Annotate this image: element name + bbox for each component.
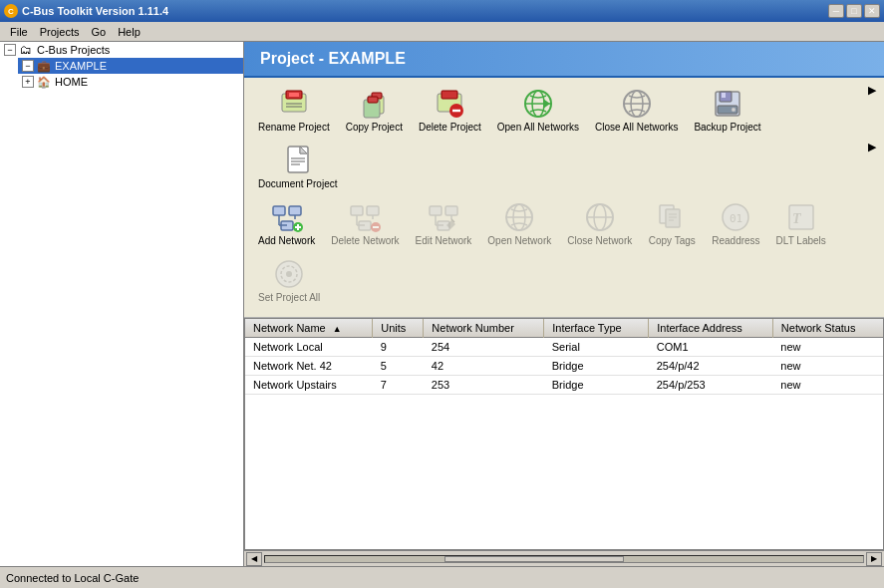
minimize-button[interactable]: ─ xyxy=(828,4,844,18)
root-expand[interactable]: − xyxy=(4,44,16,56)
home-expand[interactable]: + xyxy=(22,76,34,88)
project-header: Project - EXAMPLE xyxy=(244,42,884,78)
horizontal-scrollbar[interactable]: ◀ ▶ xyxy=(244,550,884,566)
svg-rect-47 xyxy=(430,206,442,215)
example-icon: 💼 xyxy=(36,59,52,73)
table-cell: Network Upstairs xyxy=(245,376,373,395)
col-network-status[interactable]: Network Status xyxy=(772,319,883,338)
copy-project-label: Copy Project xyxy=(346,122,403,133)
table-cell: 254/p/42 xyxy=(649,357,773,376)
toolbar-row2-scroll[interactable]: ▶ xyxy=(868,141,876,153)
svg-rect-22 xyxy=(722,93,726,98)
table-header-row: Network Name ▲ Units Network Number Inte… xyxy=(245,319,883,338)
networks-table: Network Name ▲ Units Network Number Inte… xyxy=(245,319,883,395)
example-expand[interactable]: − xyxy=(22,60,34,72)
svg-rect-2 xyxy=(289,93,299,97)
open-network-button[interactable]: Open Network xyxy=(481,197,557,250)
close-button[interactable]: ✕ xyxy=(864,4,880,18)
backup-project-icon xyxy=(712,88,743,120)
table-cell: 42 xyxy=(424,357,544,376)
open-all-networks-label: Open All Networks xyxy=(497,122,579,133)
svg-text:01: 01 xyxy=(730,212,742,225)
set-project-all-icon xyxy=(273,258,305,290)
hscroll-right[interactable]: ▶ xyxy=(866,552,882,566)
rename-project-button[interactable]: Rename Project xyxy=(252,84,336,137)
col-network-number[interactable]: Network Number xyxy=(424,319,544,338)
table-row[interactable]: Network Local9254SerialCOM1new xyxy=(245,338,883,357)
copy-tags-label: Copy Tags xyxy=(649,235,696,246)
table-area: Network Name ▲ Units Network Number Inte… xyxy=(244,318,884,566)
table-cell: 253 xyxy=(424,376,544,395)
col-interface-address[interactable]: Interface Address xyxy=(649,319,773,338)
close-all-networks-button[interactable]: Close All Networks xyxy=(589,84,684,137)
document-project-button[interactable]: Document Project xyxy=(252,141,343,193)
document-project-icon xyxy=(282,145,314,176)
readdress-button[interactable]: 01 Readdress xyxy=(706,197,765,250)
menu-help[interactable]: Help xyxy=(112,24,147,40)
table-row[interactable]: Network Net. 42542Bridge254/p/42new xyxy=(245,357,883,376)
menu-file[interactable]: File xyxy=(4,24,34,40)
set-project-all-label: Set Project All xyxy=(258,292,320,303)
root-folder-icon: 🗂 xyxy=(18,43,34,57)
app-icon: C xyxy=(4,4,18,18)
project-title: Project - EXAMPLE xyxy=(260,50,406,67)
home-icon: 🏠 xyxy=(36,75,52,89)
hscroll-thumb[interactable] xyxy=(444,556,624,562)
sidebar-item-home-label: HOME xyxy=(55,76,88,88)
set-project-all-button[interactable]: Set Project All xyxy=(252,254,326,307)
hscroll-left[interactable]: ◀ xyxy=(246,552,262,566)
status-text: Connected to Local C-Gate xyxy=(6,572,139,584)
sidebar-root[interactable]: − 🗂 C-Bus Projects xyxy=(0,42,243,58)
table-body: Network Local9254SerialCOM1newNetwork Ne… xyxy=(245,338,883,395)
edit-network-button[interactable]: Edit Network xyxy=(410,197,478,250)
table-cell: 254/p/253 xyxy=(649,376,773,395)
sidebar: − 🗂 C-Bus Projects − 💼 EXAMPLE + 🏠 HOME xyxy=(0,42,244,566)
close-network-button[interactable]: Close Network xyxy=(561,197,638,250)
svg-rect-31 xyxy=(289,206,301,215)
delete-project-label: Delete Project xyxy=(419,122,481,133)
sidebar-item-home[interactable]: + 🏠 HOME xyxy=(18,74,243,90)
title-bar: C C-Bus Toolkit Version 1.11.4 ─ □ ✕ xyxy=(0,0,884,22)
window-title: C-Bus Toolkit Version 1.11.4 xyxy=(22,5,168,17)
rename-project-label: Rename Project xyxy=(258,122,330,133)
open-all-networks-button[interactable]: Open All Networks xyxy=(491,84,585,137)
copy-tags-icon xyxy=(656,201,688,233)
add-network-label: Add Network xyxy=(258,235,315,246)
backup-project-button[interactable]: Backup Project xyxy=(688,84,766,137)
delete-network-button[interactable]: Delete Network xyxy=(325,197,405,250)
window-controls: ─ □ ✕ xyxy=(828,4,880,18)
document-project-label: Document Project xyxy=(258,178,337,189)
sidebar-item-example[interactable]: − 💼 EXAMPLE xyxy=(18,58,243,74)
networks-table-container[interactable]: Network Name ▲ Units Network Number Inte… xyxy=(244,318,884,550)
menu-go[interactable]: Go xyxy=(85,24,112,40)
table-cell: new xyxy=(772,376,883,395)
table-row[interactable]: Network Upstairs7253Bridge254/p/253new xyxy=(245,376,883,395)
open-all-networks-icon xyxy=(522,88,554,120)
copy-tags-button[interactable]: Copy Tags xyxy=(642,197,702,250)
col-units[interactable]: Units xyxy=(373,319,424,338)
dlt-labels-button[interactable]: T DLT Labels xyxy=(770,197,832,250)
table-cell: 254 xyxy=(424,338,544,357)
sidebar-children: − 💼 EXAMPLE + 🏠 HOME xyxy=(18,58,243,90)
table-cell: Serial xyxy=(544,338,649,357)
sidebar-root-label: C-Bus Projects xyxy=(37,44,110,56)
open-network-icon xyxy=(503,201,535,233)
col-network-name[interactable]: Network Name ▲ xyxy=(245,319,373,338)
toolbar-row-2: Document Project ▶ xyxy=(252,141,876,193)
table-cell: new xyxy=(772,357,883,376)
svg-marker-16 xyxy=(543,99,550,109)
status-bar: Connected to Local C-Gate xyxy=(0,566,884,588)
dlt-labels-icon: T xyxy=(785,201,817,233)
rename-project-icon xyxy=(278,88,310,120)
hscroll-track[interactable] xyxy=(264,555,864,563)
title-bar-left: C C-Bus Toolkit Version 1.11.4 xyxy=(4,4,168,18)
toolbar-scroll-right[interactable]: ▶ xyxy=(868,84,876,97)
delete-project-button[interactable]: Delete Project xyxy=(413,84,487,137)
menu-projects[interactable]: Projects xyxy=(34,24,86,40)
readdress-icon: 01 xyxy=(720,201,751,233)
delete-network-label: Delete Network xyxy=(331,235,399,246)
add-network-button[interactable]: Add Network xyxy=(252,197,321,250)
restore-button[interactable]: □ xyxy=(846,4,862,18)
copy-project-button[interactable]: Copy Project xyxy=(340,84,409,137)
col-interface-type[interactable]: Interface Type xyxy=(544,319,649,338)
